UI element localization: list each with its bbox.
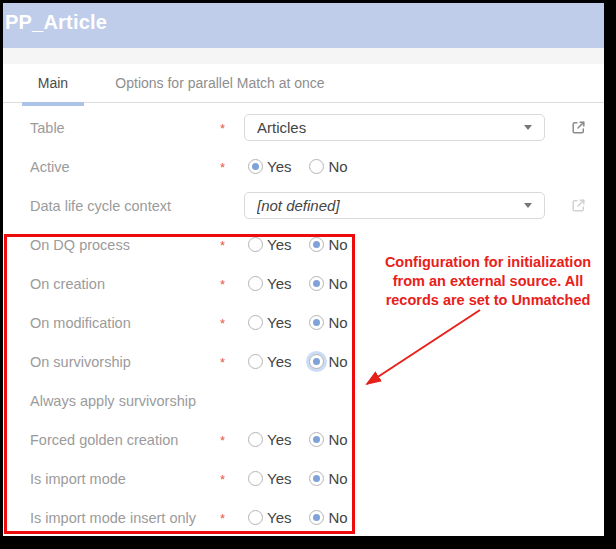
field-control: [not defined]	[244, 192, 587, 219]
radio-circle-icon[interactable]	[309, 315, 324, 330]
radio-circle-icon[interactable]	[248, 471, 263, 486]
field-control: YesNo	[244, 275, 362, 292]
radio-forced-golden-creation-no[interactable]: No	[305, 431, 347, 448]
radio-option-label: No	[328, 314, 347, 331]
radio-circle-icon[interactable]	[309, 237, 324, 252]
form-row-data-life-cycle-context: Data life cycle context [not defined]	[3, 186, 604, 225]
radio-option-label: Yes	[267, 509, 291, 526]
external-link-icon[interactable]	[570, 119, 587, 136]
annotation-line: from an external source. All	[366, 272, 604, 291]
radio-is-import-mode-no[interactable]: No	[305, 470, 347, 487]
field-label: Is import mode	[30, 471, 220, 487]
field-label: On DQ process	[30, 237, 220, 253]
dropdown-value: [not defined]	[257, 197, 524, 214]
radio-forced-golden-creation-yes[interactable]: Yes	[244, 431, 291, 448]
radio-circle-icon[interactable]	[309, 510, 324, 525]
required-asterisk: *	[220, 470, 244, 487]
radio-option-label: Yes	[267, 353, 291, 370]
field-label: Always apply survivorship	[30, 393, 220, 409]
radio-active-yes[interactable]: Yes	[244, 158, 291, 175]
radio-circle-icon[interactable]	[309, 432, 324, 447]
radio-is-import-mode-insert-only-no[interactable]: No	[305, 509, 347, 526]
field-label: Data life cycle context	[30, 198, 220, 214]
active-tab-underline	[22, 102, 84, 106]
dropdown-value: Articles	[257, 119, 524, 136]
required-asterisk: *	[220, 509, 244, 526]
window: PP_Article Main Options for parallel Mat…	[3, 3, 604, 536]
radio-option-label: Yes	[267, 236, 291, 253]
radio-is-import-mode-insert-only-yes[interactable]: Yes	[244, 509, 291, 526]
field-label: On creation	[30, 276, 220, 292]
radio-circle-icon[interactable]	[309, 276, 324, 291]
radio-circle-icon[interactable]	[248, 354, 263, 369]
field-label: On survivorship	[30, 354, 220, 370]
tab-options-parallel-match[interactable]: Options for parallel Match at once	[115, 64, 325, 102]
radio-on-survivorship-no[interactable]: No	[305, 353, 347, 370]
field-control: YesNo	[244, 470, 362, 487]
radio-circle-icon[interactable]	[248, 276, 263, 291]
annotation-line: Configuration for initialization	[366, 253, 604, 272]
required-asterisk: *	[220, 314, 244, 331]
required-asterisk: *	[220, 353, 244, 370]
field-control: YesNo	[244, 431, 362, 448]
data-life-cycle-context-dropdown[interactable]: [not defined]	[244, 192, 545, 219]
radio-on-survivorship-yes[interactable]: Yes	[244, 353, 291, 370]
field-control: Articles	[244, 114, 587, 141]
radio-is-import-mode-yes[interactable]: Yes	[244, 470, 291, 487]
required-asterisk: *	[220, 275, 244, 292]
radio-on-modification-yes[interactable]: Yes	[244, 314, 291, 331]
form-row-always-apply-survivorship: Always apply survivorship	[3, 381, 604, 420]
tab-main-label: Main	[38, 75, 68, 91]
field-control: YesNo	[244, 509, 362, 526]
field-label: Is import mode insert only	[30, 510, 220, 526]
radio-option-label: No	[328, 353, 347, 370]
form-row-forced-golden-creation: Forced golden creation * YesNo	[3, 420, 604, 459]
radio-on-creation-yes[interactable]: Yes	[244, 275, 291, 292]
required-asterisk: *	[220, 119, 244, 136]
radio-on-dq-process-yes[interactable]: Yes	[244, 236, 291, 253]
radio-active-no[interactable]: No	[305, 158, 347, 175]
page-title: PP_Article	[5, 11, 107, 34]
field-control: YesNo	[244, 353, 362, 370]
radio-circle-icon[interactable]	[309, 471, 324, 486]
form-row-active: Active * YesNo	[3, 147, 604, 186]
form-row-is-import-mode: Is import mode * YesNo	[3, 459, 604, 498]
form-row-is-import-mode-insert-only: Is import mode insert only * YesNo	[3, 498, 604, 536]
radio-option-label: Yes	[267, 431, 291, 448]
radio-option-label: Yes	[267, 158, 291, 175]
required-asterisk	[220, 205, 244, 207]
table-dropdown[interactable]: Articles	[244, 114, 545, 141]
radio-option-label: No	[328, 236, 347, 253]
field-label: Table	[30, 120, 220, 136]
tab-options-label: Options for parallel Match at once	[115, 75, 324, 91]
radio-circle-icon[interactable]	[248, 432, 263, 447]
field-control: YesNo	[244, 314, 362, 331]
radio-option-label: No	[328, 431, 347, 448]
radio-option-label: No	[328, 470, 347, 487]
required-asterisk: *	[220, 431, 244, 448]
radio-on-modification-no[interactable]: No	[305, 314, 347, 331]
tab-main[interactable]: Main	[22, 64, 84, 102]
radio-option-label: No	[328, 509, 347, 526]
radio-circle-icon[interactable]	[248, 510, 263, 525]
radio-circle-icon[interactable]	[248, 237, 263, 252]
field-label: Active	[30, 159, 220, 175]
radio-option-label: Yes	[267, 275, 291, 292]
radio-circle-icon[interactable]	[248, 315, 263, 330]
radio-option-label: Yes	[267, 314, 291, 331]
radio-circle-icon[interactable]	[309, 354, 324, 369]
radio-on-dq-process-no[interactable]: No	[305, 236, 347, 253]
radio-circle-icon[interactable]	[248, 159, 263, 174]
header-divider	[3, 48, 604, 64]
radio-on-creation-no[interactable]: No	[305, 275, 347, 292]
radio-option-label: No	[328, 275, 347, 292]
required-asterisk: *	[220, 158, 244, 175]
radio-circle-icon[interactable]	[309, 159, 324, 174]
field-control: YesNo	[244, 236, 362, 253]
form-body: Table * Articles Active * YesNo Data lif…	[3, 108, 604, 536]
required-asterisk: *	[220, 236, 244, 253]
annotation-line: records are set to Unmatched	[366, 291, 604, 310]
field-label: Forced golden creation	[30, 432, 220, 448]
field-label: On modification	[30, 315, 220, 331]
form-row-on-survivorship: On survivorship * YesNo	[3, 342, 604, 381]
